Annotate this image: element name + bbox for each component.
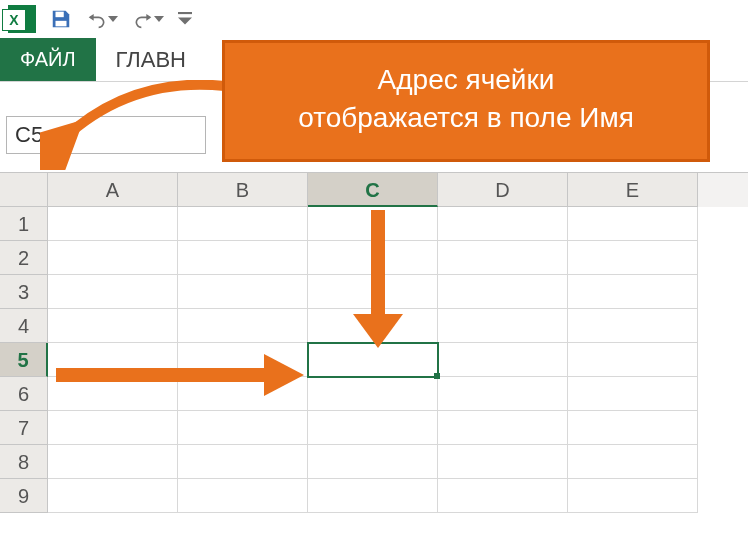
cell[interactable] <box>308 275 438 309</box>
cell[interactable] <box>48 445 178 479</box>
cell[interactable] <box>48 479 178 513</box>
cell[interactable] <box>438 479 568 513</box>
cell[interactable] <box>48 241 178 275</box>
cell[interactable] <box>178 479 308 513</box>
cell[interactable] <box>48 377 178 411</box>
column-header-b[interactable]: B <box>178 173 308 207</box>
save-icon <box>50 8 72 30</box>
cell[interactable] <box>48 343 178 377</box>
row-header-2[interactable]: 2 <box>0 241 48 275</box>
cell[interactable] <box>178 445 308 479</box>
cell[interactable] <box>308 309 438 343</box>
callout-box: Адрес ячейки отображается в поле Имя <box>222 40 710 162</box>
cell[interactable] <box>438 343 568 377</box>
spreadsheet-grid: A B C D E 1 2 3 4 5 6 7 8 9 <box>0 172 748 513</box>
column-headers: A B C D E <box>0 173 748 207</box>
dropdown-icon <box>108 14 118 24</box>
svg-rect-0 <box>56 12 64 18</box>
cell[interactable] <box>568 445 698 479</box>
cell[interactable] <box>178 275 308 309</box>
dropdown-icon <box>154 14 164 24</box>
cell[interactable] <box>568 479 698 513</box>
redo-icon <box>132 9 154 29</box>
name-box-input[interactable] <box>6 116 206 154</box>
active-cell[interactable] <box>308 343 438 377</box>
cell[interactable] <box>178 377 308 411</box>
excel-logo-icon <box>8 5 36 33</box>
svg-rect-1 <box>56 21 67 27</box>
tab-home[interactable]: ГЛАВН <box>96 38 206 81</box>
row-header-5[interactable]: 5 <box>0 343 48 377</box>
chevron-down-icon <box>178 12 192 26</box>
column-header-a[interactable]: A <box>48 173 178 207</box>
cell[interactable] <box>438 377 568 411</box>
callout-line2: отображается в поле Имя <box>245 99 687 137</box>
cell[interactable] <box>178 411 308 445</box>
customize-qat-button[interactable] <box>178 12 192 26</box>
cell[interactable] <box>438 275 568 309</box>
select-all-corner[interactable] <box>0 173 48 207</box>
row-header-8[interactable]: 8 <box>0 445 48 479</box>
cell[interactable] <box>178 309 308 343</box>
cell[interactable] <box>568 343 698 377</box>
row-header-3[interactable]: 3 <box>0 275 48 309</box>
cell[interactable] <box>178 241 308 275</box>
cell[interactable] <box>308 241 438 275</box>
cell[interactable] <box>568 377 698 411</box>
cell[interactable] <box>438 309 568 343</box>
cell[interactable] <box>48 275 178 309</box>
quick-access-toolbar <box>0 0 748 38</box>
cell[interactable] <box>308 411 438 445</box>
row-header-7[interactable]: 7 <box>0 411 48 445</box>
row-header-6[interactable]: 6 <box>0 377 48 411</box>
cell[interactable] <box>178 343 308 377</box>
cell[interactable] <box>568 241 698 275</box>
row-header-1[interactable]: 1 <box>0 207 48 241</box>
redo-button[interactable] <box>132 9 164 29</box>
cell[interactable] <box>308 377 438 411</box>
tab-file[interactable]: ФАЙЛ <box>0 38 96 81</box>
row-header-9[interactable]: 9 <box>0 479 48 513</box>
grid-rows: 1 2 3 4 5 6 7 8 9 <box>0 207 748 513</box>
cell[interactable] <box>48 309 178 343</box>
cell[interactable] <box>438 241 568 275</box>
undo-button[interactable] <box>86 9 118 29</box>
cell[interactable] <box>438 445 568 479</box>
cell[interactable] <box>438 207 568 241</box>
cell[interactable] <box>308 479 438 513</box>
cell[interactable] <box>568 309 698 343</box>
column-header-c[interactable]: C <box>308 173 438 207</box>
cell[interactable] <box>48 207 178 241</box>
cell[interactable] <box>568 207 698 241</box>
cell[interactable] <box>48 411 178 445</box>
column-header-e[interactable]: E <box>568 173 698 207</box>
column-header-d[interactable]: D <box>438 173 568 207</box>
cell[interactable] <box>568 411 698 445</box>
undo-icon <box>86 9 108 29</box>
cell[interactable] <box>438 411 568 445</box>
cell[interactable] <box>178 207 308 241</box>
cell[interactable] <box>308 207 438 241</box>
svg-rect-2 <box>178 12 192 14</box>
save-button[interactable] <box>50 8 72 30</box>
callout-line1: Адрес ячейки <box>245 61 687 99</box>
cell[interactable] <box>308 445 438 479</box>
cell[interactable] <box>568 275 698 309</box>
row-header-4[interactable]: 4 <box>0 309 48 343</box>
